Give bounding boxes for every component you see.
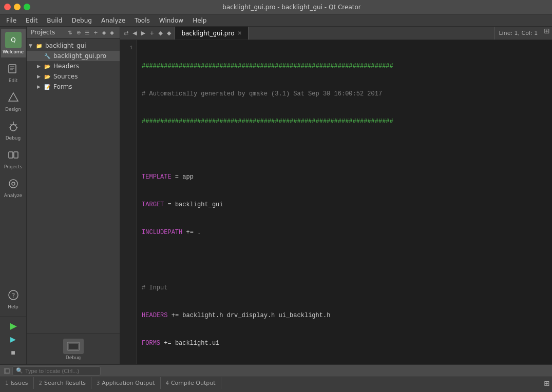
tab-ctrl-nav2[interactable]: ◆	[165, 29, 173, 37]
code-span: = backlight_gui	[164, 201, 223, 208]
panel-sort-btn[interactable]: ⇅	[67, 29, 74, 36]
tree-item-headers[interactable]: ▶ 📂 Headers	[27, 61, 120, 71]
svg-rect-19	[69, 344, 78, 349]
edit-icon	[5, 61, 22, 77]
welcome-icon: Q	[5, 32, 22, 48]
folder-forms-icon: 📝	[43, 83, 51, 91]
menu-tools[interactable]: Tools	[130, 16, 154, 25]
tree-label-pro: backlight_gui.pro	[53, 52, 106, 60]
minimize-button[interactable]	[14, 4, 21, 10]
run-debug-button[interactable]: ▶	[2, 334, 25, 345]
sidebar-item-welcome[interactable]: Q Welcome	[1, 29, 26, 57]
tab-active[interactable]: backlight_gui.pro ✕	[175, 27, 249, 40]
code-line-9: # Input	[142, 283, 547, 292]
bottom-tab-compile-output[interactable]: 4 Compile Output	[161, 377, 221, 389]
code-line-10: HEADERS += backlight.h drv_display.h ui_…	[142, 311, 547, 320]
folder-sources-icon: 📂	[43, 72, 51, 81]
run-play-button[interactable]: ▶	[2, 320, 25, 331]
tab-ctrl-nav1[interactable]: ◆	[157, 29, 164, 37]
tree-label-root: backlight_gui	[45, 42, 86, 49]
panel-add-btn[interactable]: ⊕	[75, 29, 82, 36]
code-span: # Input	[142, 284, 167, 291]
locate-input[interactable]	[25, 368, 97, 374]
arrow-headers: ▶	[37, 64, 43, 69]
sidebar-label-edit: Edit	[9, 78, 17, 83]
window-controls[interactable]	[4, 4, 30, 10]
tab-ctrl-add[interactable]: +	[148, 29, 156, 37]
menu-analyze[interactable]: Analyze	[97, 16, 129, 25]
close-button[interactable]	[4, 4, 11, 10]
projects-icon	[5, 147, 22, 163]
tab-ctrl-fwd[interactable]: ▶	[140, 29, 147, 37]
code-editor[interactable]: 1 ##########################	[120, 40, 552, 364]
tab-num-3: 3	[97, 380, 100, 386]
tab-label-compile-output: Compile Output	[171, 380, 216, 386]
sidebar-label-help: Help	[8, 304, 18, 309]
sidebar-item-analyze[interactable]: Analyze	[1, 172, 26, 201]
code-line-2: # Automatically generated by qmake (3.1)…	[142, 89, 547, 99]
panel-plus-btn[interactable]: +	[92, 29, 99, 36]
menu-edit[interactable]: Edit	[22, 16, 42, 25]
tab-split-button[interactable]: ⊞	[542, 27, 552, 40]
run-stop-button[interactable]: ■	[2, 347, 25, 358]
svg-rect-13	[14, 152, 18, 158]
code-line-1: ########################################…	[142, 62, 547, 71]
folder-headers-icon: 📂	[43, 62, 51, 70]
tree-item-root[interactable]: ▼ 📁 backlight_gui	[27, 41, 120, 51]
code-line-5: TEMPLATE = app	[142, 172, 547, 182]
maximize-button[interactable]	[24, 4, 30, 10]
sidebar-item-help[interactable]: ? Help	[1, 284, 26, 312]
design-icon	[5, 89, 22, 106]
tree-item-pro[interactable]: 🔧 backlight_gui.pro	[27, 51, 120, 61]
line-numbers: 1	[120, 40, 137, 364]
stop-icon: ■	[11, 348, 15, 357]
panel-nav-prev[interactable]: ◆	[101, 29, 108, 36]
sidebar-icons: Q Welcome Edit Design Debug Pro	[0, 27, 27, 364]
tab-ctrl-swap[interactable]: ⇄	[122, 29, 130, 37]
tree-label-headers: Headers	[53, 63, 79, 70]
panel-nav-next[interactable]: ◆	[108, 29, 116, 36]
menu-help[interactable]: Help	[188, 16, 211, 25]
menu-debug[interactable]: Debug	[67, 16, 96, 25]
svg-marker-6	[9, 93, 18, 101]
tree-item-forms[interactable]: ▶ 📝 Forms	[27, 82, 120, 92]
code-span: += backlight.ui	[160, 340, 219, 347]
project-tree: ▼ 📁 backlight_gui 🔧 backlight_gui.pro ▶ …	[27, 38, 120, 334]
bottom-tab-grid-icon[interactable]: ⊞	[544, 379, 550, 387]
tab-label-search-results: Search Results	[44, 380, 86, 386]
tab-num-2: 2	[39, 380, 42, 386]
svg-point-7	[10, 125, 16, 131]
sidebar-item-design[interactable]: Design	[1, 86, 26, 115]
sidebar-item-projects[interactable]: Projects	[1, 144, 26, 172]
code-content[interactable]: ########################################…	[137, 40, 552, 364]
bottom-tab-app-output[interactable]: 3 Application Output	[91, 377, 161, 389]
statusbar-search[interactable]: 🔍	[12, 366, 101, 376]
tab-label-issues: Issues	[10, 380, 28, 386]
panel-menu-btn[interactable]: ☰	[83, 29, 91, 36]
menu-file[interactable]: File	[2, 16, 21, 25]
panel-title: Projects	[31, 29, 55, 36]
panel-bottom-label: Debug	[66, 355, 81, 360]
bottom-tab-spacer	[221, 377, 542, 389]
folder-root-icon: 📁	[35, 42, 43, 50]
code-span: ########################################…	[142, 118, 393, 125]
tab-ctrl-back[interactable]: ◀	[131, 29, 138, 37]
panel-toolbar: ⇅ ⊕ ☰ + ◆ ◆	[67, 29, 116, 36]
menu-window[interactable]: Window	[155, 16, 187, 25]
tab-left-controls: ⇄ ◀ ▶ + ◆ ◆	[120, 27, 175, 40]
code-span: TARGET	[142, 201, 164, 208]
code-span: HEADERS	[142, 312, 167, 319]
status-icon	[4, 368, 10, 374]
code-line-4	[142, 145, 547, 154]
bottom-tab-issues[interactable]: 1 Issues	[0, 377, 34, 389]
bottom-tab-search-results[interactable]: 2 Search Results	[34, 377, 91, 389]
panel-bottom-debug: Debug	[27, 334, 120, 364]
tree-item-sources[interactable]: ▶ 📂 Sources	[27, 71, 120, 82]
tab-close-button[interactable]: ✕	[238, 30, 242, 36]
sidebar-item-debug[interactable]: Debug	[1, 115, 26, 144]
menu-build[interactable]: Build	[43, 16, 66, 25]
sidebar-item-edit[interactable]: Edit	[1, 57, 26, 86]
search-icon: 🔍	[16, 367, 23, 374]
code-line-11: FORMS += backlight.ui	[142, 339, 547, 348]
debug-icon	[5, 118, 22, 134]
